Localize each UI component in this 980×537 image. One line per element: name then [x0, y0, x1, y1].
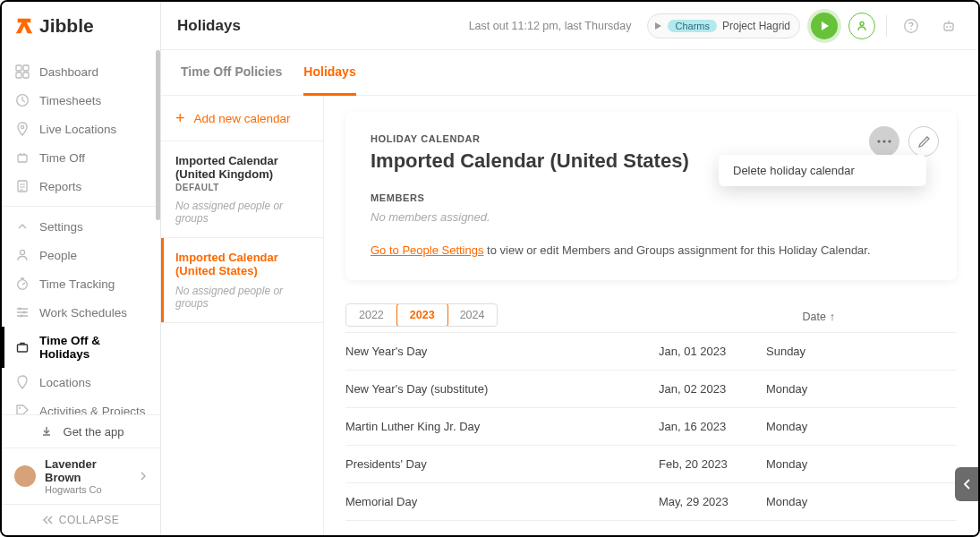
more-options-button[interactable] [869, 126, 899, 157]
svg-rect-20 [944, 23, 953, 30]
clock-icon [14, 93, 30, 107]
holiday-name: Presidents' Day [345, 457, 659, 471]
calendar-title: Imported Calendar (United Kingdom) [175, 154, 309, 181]
tab-time-off-policies[interactable]: Time Off Policies [181, 50, 282, 95]
holiday-date: Jan, 02 2023 [659, 382, 766, 396]
calendar-item[interactable]: Imported Calendar (United Kingdom) DEFAU… [161, 141, 323, 238]
help-button[interactable] [898, 13, 925, 39]
holiday-day: Monday [766, 457, 873, 471]
avatar [14, 465, 36, 487]
svg-point-19 [910, 28, 912, 30]
clock-in-button[interactable] [811, 13, 838, 39]
sidebar-item-live-locations[interactable]: Live Locations [2, 115, 160, 143]
collapse-sidebar-button[interactable]: COLLAPSE [2, 504, 160, 535]
holiday-date: Jun, 19 2023 [659, 533, 766, 535]
sidebar-scrollbar[interactable] [156, 50, 160, 535]
svg-rect-2 [16, 72, 21, 78]
sidebar-item-label: Activities & Projects [39, 405, 146, 415]
sort-asc-icon: ↑ [830, 311, 835, 323]
dashboard-icon [14, 64, 30, 79]
schedule-icon [14, 305, 30, 320]
play-small-icon [653, 21, 662, 30]
add-calendar-button[interactable]: + Add new calendar [161, 96, 323, 141]
edit-button[interactable] [908, 126, 939, 157]
sidebar-item-label: Work Schedules [39, 306, 127, 320]
report-icon [14, 179, 30, 193]
robot-button[interactable] [935, 13, 962, 39]
user-menu[interactable]: Lavender Brown Hogwarts Co [2, 448, 160, 504]
svg-rect-13 [18, 345, 28, 352]
year-option[interactable]: 2024 [447, 304, 498, 326]
year-option[interactable]: 2023 [396, 303, 448, 327]
table-row[interactable]: Juneteenth Jun, 19 2023 Monday [345, 520, 957, 535]
people-settings-link[interactable]: Go to People Settings [371, 243, 483, 257]
people-icon [14, 248, 30, 262]
page-title: Holidays [177, 17, 241, 35]
sidebar-item-time-off-holidays[interactable]: Time Off & Holidays [2, 327, 160, 368]
sidebar-item-time-off[interactable]: Time Off [2, 143, 160, 172]
sidebar-item-timesheets[interactable]: Timesheets [2, 86, 160, 115]
date-column-header[interactable]: Date↑ [802, 311, 909, 323]
sidebar-item-work-schedules[interactable]: Work Schedules [2, 298, 160, 327]
svg-point-10 [19, 308, 21, 311]
add-calendar-label: Add new calendar [194, 112, 291, 125]
calendar-subtitle: No assigned people or groups [175, 200, 309, 225]
holiday-day: Monday [766, 382, 873, 396]
sidebar-item-locations[interactable]: Locations [2, 368, 160, 396]
members-section-label: MEMBERS [371, 192, 932, 203]
table-row[interactable]: New Year's Day (substitute) Jan, 02 2023… [345, 370, 957, 407]
brand-logo[interactable]: Jibble [2, 2, 160, 50]
svg-point-5 [21, 125, 23, 128]
holiday-day: Sunday [766, 345, 873, 358]
holiday-name: Juneteenth [345, 533, 659, 535]
svg-point-23 [877, 140, 880, 142]
sidebar-item-activities[interactable]: Activities & Projects [2, 396, 160, 414]
slide-panel-handle[interactable] [955, 467, 980, 501]
members-empty-note: No members assigned. [371, 210, 932, 224]
table-row[interactable]: Presidents' Day Feb, 20 2023 Monday [345, 445, 957, 482]
sidebar-item-label: Live Locations [39, 123, 116, 136]
pin-icon [14, 122, 30, 136]
chevron-right-icon [139, 472, 148, 481]
sidebar-item-label: People [39, 249, 77, 262]
sidebar-item-label: Timesheets [39, 94, 101, 107]
sidebar-item-label: Time Off & Holidays [39, 334, 148, 361]
last-out-text: Last out 11:12 pm, last Thursday [469, 20, 632, 32]
calendar-item[interactable]: Imported Calendar (United States) No ass… [161, 238, 323, 323]
sidebar-item-settings[interactable]: Settings [2, 212, 160, 241]
holiday-date: Feb, 20 2023 [659, 457, 766, 471]
table-row[interactable]: Martin Luther King Jr. Day Jan, 16 2023 … [345, 407, 957, 445]
holiday-date: Jan, 16 2023 [659, 420, 766, 433]
table-row[interactable]: Memorial Day May, 29 2023 Monday [345, 482, 957, 520]
delete-calendar-option[interactable]: Delete holiday calendar [733, 164, 912, 177]
holiday-name: Martin Luther King Jr. Day [345, 420, 659, 433]
people-settings-text: to view or edit Members and Groups assig… [483, 243, 870, 257]
map-pin-icon [14, 375, 30, 389]
calendar-default-badge: DEFAULT [175, 183, 309, 192]
card-section-label: HOLIDAY CALENDAR [371, 133, 932, 144]
sidebar-item-label: Time Off [39, 151, 85, 165]
table-row[interactable]: New Year's Day Jan, 01 2023 Sunday [345, 332, 957, 370]
sidebar-item-label: Settings [39, 220, 83, 234]
sidebar-item-time-tracking[interactable]: Time Tracking [2, 269, 160, 298]
chevron-up-icon [14, 219, 30, 234]
svg-rect-1 [23, 65, 29, 71]
calendar-subtitle: No assigned people or groups [175, 285, 309, 310]
tab-holidays[interactable]: Holidays [303, 50, 355, 96]
holiday-date: Jan, 01 2023 [659, 345, 766, 358]
project-selector[interactable]: Charms Project Hagrid [647, 13, 800, 38]
sidebar-item-label: Time Tracking [39, 277, 115, 291]
briefcase-icon [14, 340, 30, 354]
sidebar-item-dashboard[interactable]: Dashboard [2, 57, 160, 86]
project-badge: Charms [668, 20, 717, 32]
more-options-dropdown: Delete holiday calendar [719, 155, 926, 186]
sidebar-item-people[interactable]: People [2, 241, 160, 269]
profile-circle-button[interactable] [848, 13, 875, 39]
sidebar-item-reports[interactable]: Reports [2, 172, 160, 200]
year-option[interactable]: 2022 [346, 304, 397, 326]
sidebar-item-label: Locations [39, 376, 91, 389]
holiday-day: Monday [766, 420, 873, 433]
vacation-icon [14, 150, 30, 165]
svg-point-14 [19, 407, 21, 409]
get-app-button[interactable]: Get the app [2, 414, 160, 448]
